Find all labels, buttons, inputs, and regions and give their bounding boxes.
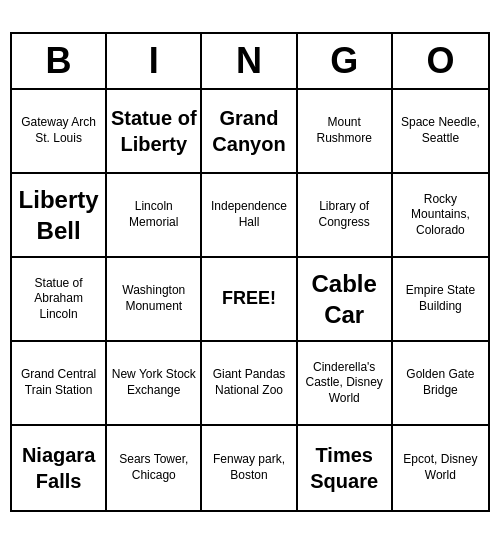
bingo-cell-5: Liberty Bell [12, 174, 107, 258]
bingo-cell-0: Gateway Arch St. Louis [12, 90, 107, 174]
bingo-cell-6: Lincoln Memorial [107, 174, 202, 258]
bingo-cell-17: Giant Pandas National Zoo [202, 342, 297, 426]
bingo-grid: Gateway Arch St. LouisStatue of LibertyG… [12, 90, 488, 510]
bingo-cell-9: Rocky Mountains, Colorado [393, 174, 488, 258]
bingo-cell-2: Grand Canyon [202, 90, 297, 174]
bingo-cell-12: FREE! [202, 258, 297, 342]
bingo-cell-1: Statue of Liberty [107, 90, 202, 174]
bingo-cell-21: Sears Tower, Chicago [107, 426, 202, 510]
bingo-cell-22: Fenway park, Boston [202, 426, 297, 510]
bingo-cell-7: Independence Hall [202, 174, 297, 258]
bingo-cell-4: Space Needle, Seattle [393, 90, 488, 174]
bingo-letter-n: N [202, 34, 297, 88]
bingo-cell-11: Washington Monument [107, 258, 202, 342]
bingo-letter-g: G [298, 34, 393, 88]
bingo-letter-b: B [12, 34, 107, 88]
bingo-cell-15: Grand Central Train Station [12, 342, 107, 426]
bingo-cell-8: Library of Congress [298, 174, 393, 258]
bingo-cell-14: Empire State Building [393, 258, 488, 342]
bingo-cell-18: Cinderella's Castle, Disney World [298, 342, 393, 426]
bingo-header: BINGO [12, 34, 488, 90]
bingo-cell-13: Cable Car [298, 258, 393, 342]
bingo-letter-o: O [393, 34, 488, 88]
bingo-cell-24: Epcot, Disney World [393, 426, 488, 510]
bingo-card: BINGO Gateway Arch St. LouisStatue of Li… [10, 32, 490, 512]
bingo-cell-23: Times Square [298, 426, 393, 510]
bingo-letter-i: I [107, 34, 202, 88]
bingo-cell-16: New York Stock Exchange [107, 342, 202, 426]
bingo-cell-10: Statue of Abraham Lincoln [12, 258, 107, 342]
bingo-cell-19: Golden Gate Bridge [393, 342, 488, 426]
bingo-cell-3: Mount Rushmore [298, 90, 393, 174]
bingo-cell-20: Niagara Falls [12, 426, 107, 510]
